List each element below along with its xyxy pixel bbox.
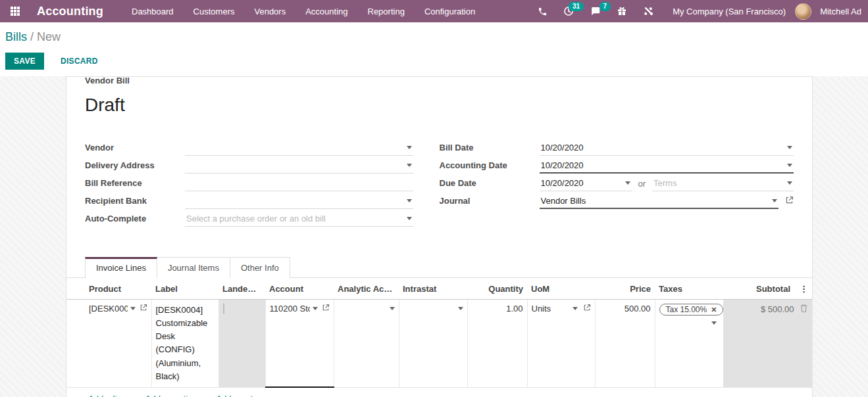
bill-reference-label: Bill Reference	[85, 178, 185, 191]
account-cell[interactable]: 110200 Stc	[265, 300, 334, 388]
product-cell[interactable]: [DESK0004	[85, 300, 151, 388]
analytic-account-cell[interactable]	[334, 300, 399, 388]
journal-field[interactable]	[540, 193, 779, 209]
col-label[interactable]: Label	[151, 278, 218, 300]
tab-journal-items[interactable]: Journal Items	[157, 257, 230, 278]
vendor-input[interactable]	[186, 143, 403, 152]
gift-icon[interactable]	[611, 2, 633, 20]
col-analytic-account[interactable]: Analytic Acc…	[334, 278, 399, 300]
uom-chevron-down-icon[interactable]	[573, 307, 578, 310]
col-price[interactable]: Price	[595, 278, 655, 300]
menu-dashboard[interactable]: Dashboard	[123, 1, 182, 22]
bill-form: Vendor Delivery Address	[85, 138, 794, 227]
subtotal-value: $ 500.00	[761, 304, 794, 314]
journal-chevron-down-icon[interactable]	[772, 199, 777, 202]
optional-columns-icon[interactable]: ⋮	[800, 284, 808, 294]
breadcrumb-bills-link[interactable]: Bills	[5, 30, 27, 43]
taxes-cell[interactable]: Tax 15.00% ✕	[655, 300, 723, 388]
product-chevron-down-icon[interactable]	[130, 307, 136, 310]
document-type-label: Vendor Bill	[85, 74, 794, 85]
accounting-date-field[interactable]	[540, 158, 794, 174]
tab-other-info[interactable]: Other Info	[230, 257, 290, 278]
delete-line-icon[interactable]	[800, 304, 808, 315]
col-uom[interactable]: UoM	[527, 278, 595, 300]
add-note-link[interactable]: Add a note	[216, 394, 257, 397]
col-account[interactable]: Account	[265, 278, 334, 300]
menu-configuration[interactable]: Configuration	[416, 1, 484, 22]
breadcrumb-current: New	[37, 30, 61, 43]
app-title[interactable]: Accounting	[37, 5, 103, 18]
row-handle-cell[interactable]	[66, 300, 85, 388]
col-quantity[interactable]: Quantity	[467, 278, 527, 300]
payment-terms-field[interactable]	[652, 175, 794, 191]
apps-grid-icon	[11, 7, 20, 16]
payment-terms-input[interactable]	[653, 178, 783, 188]
subtotal-cell: $ 500.00	[723, 300, 812, 388]
auto-complete-field[interactable]	[185, 211, 413, 227]
landed-costs-checkbox[interactable]	[223, 303, 224, 314]
taxes-chevron-down-icon[interactable]	[711, 321, 717, 325]
menu-accounting[interactable]: Accounting	[297, 1, 356, 22]
account-external-link-icon[interactable]	[322, 304, 330, 314]
tax-tag-label: Tax 15.00%	[666, 305, 707, 314]
col-landed-costs[interactable]: Lande…	[218, 278, 265, 300]
company-switcher[interactable]: My Company (San Francisco)	[673, 7, 786, 16]
due-date-input[interactable]	[541, 178, 621, 188]
recipient-bank-field[interactable]	[185, 193, 413, 209]
messages-chat-icon[interactable]: 7	[584, 2, 607, 20]
journal-external-link-icon[interactable]	[785, 195, 794, 207]
apps-menu-button[interactable]	[0, 0, 30, 22]
intrastat-cell[interactable]	[399, 300, 467, 388]
recipient-bank-input[interactable]	[186, 196, 403, 206]
account-chevron-down-icon[interactable]	[313, 307, 318, 310]
recipient-bank-chevron-down-icon[interactable]	[407, 199, 412, 202]
payment-terms-chevron-down-icon[interactable]	[787, 181, 792, 185]
uom-cell[interactable]: Units	[527, 300, 595, 388]
activities-clock-icon[interactable]: 31	[557, 2, 580, 20]
col-taxes[interactable]: Taxes	[655, 278, 723, 300]
tab-invoice-lines[interactable]: Invoice Lines	[85, 257, 157, 278]
col-product[interactable]: Product	[85, 278, 151, 300]
bill-reference-input[interactable]	[186, 178, 412, 188]
vendor-chevron-down-icon[interactable]	[407, 146, 412, 149]
discard-button[interactable]: DISCARD	[52, 53, 107, 70]
journal-input[interactable]	[541, 196, 769, 206]
delivery-address-chevron-down-icon[interactable]	[407, 164, 412, 167]
col-intrastat[interactable]: Intrastat	[399, 278, 467, 300]
vendor-label: Vendor	[85, 143, 185, 156]
messages-count-badge: 7	[600, 2, 611, 11]
bill-date-input[interactable]	[541, 143, 784, 152]
bill-date-field[interactable]	[540, 140, 794, 156]
delivery-address-input[interactable]	[186, 160, 403, 170]
add-section-link[interactable]: Add a section	[145, 394, 197, 397]
product-external-link-icon[interactable]	[140, 304, 147, 314]
due-date-chevron-down-icon[interactable]	[625, 181, 630, 185]
uom-value: Units	[532, 304, 570, 314]
add-line-link[interactable]: Add a line	[88, 394, 126, 397]
price-cell[interactable]: 500.00	[595, 300, 655, 388]
analytic-account-chevron-down-icon[interactable]	[390, 307, 395, 310]
accounting-date-chevron-down-icon[interactable]	[787, 164, 792, 167]
user-menu[interactable]: Mitchell Ad	[820, 7, 861, 16]
menu-reporting[interactable]: Reporting	[359, 1, 413, 22]
phone-icon[interactable]	[532, 3, 553, 20]
bill-reference-field[interactable]	[185, 175, 413, 191]
accounting-date-input[interactable]	[541, 160, 784, 170]
due-date-label: Due Date	[440, 178, 540, 191]
tools-icon[interactable]	[637, 2, 659, 20]
delivery-address-field[interactable]	[185, 158, 413, 174]
save-button[interactable]: SAVE	[5, 53, 44, 70]
menu-vendors[interactable]: Vendors	[245, 1, 294, 22]
due-date-field[interactable]	[540, 175, 632, 191]
auto-complete-chevron-down-icon[interactable]	[407, 217, 412, 220]
quantity-cell[interactable]: 1.00	[467, 300, 527, 388]
remove-tax-icon[interactable]: ✕	[711, 306, 717, 314]
intrastat-chevron-down-icon[interactable]	[458, 307, 463, 310]
uom-external-link-icon[interactable]	[583, 304, 591, 314]
user-avatar[interactable]	[795, 3, 811, 20]
bill-date-chevron-down-icon[interactable]	[787, 146, 792, 149]
auto-complete-input[interactable]	[186, 214, 403, 223]
vendor-field[interactable]	[185, 140, 413, 156]
menu-customers[interactable]: Customers	[185, 1, 243, 22]
label-cell[interactable]: [DESK0004] Customizable Desk (CONFIG) (A…	[151, 300, 218, 388]
